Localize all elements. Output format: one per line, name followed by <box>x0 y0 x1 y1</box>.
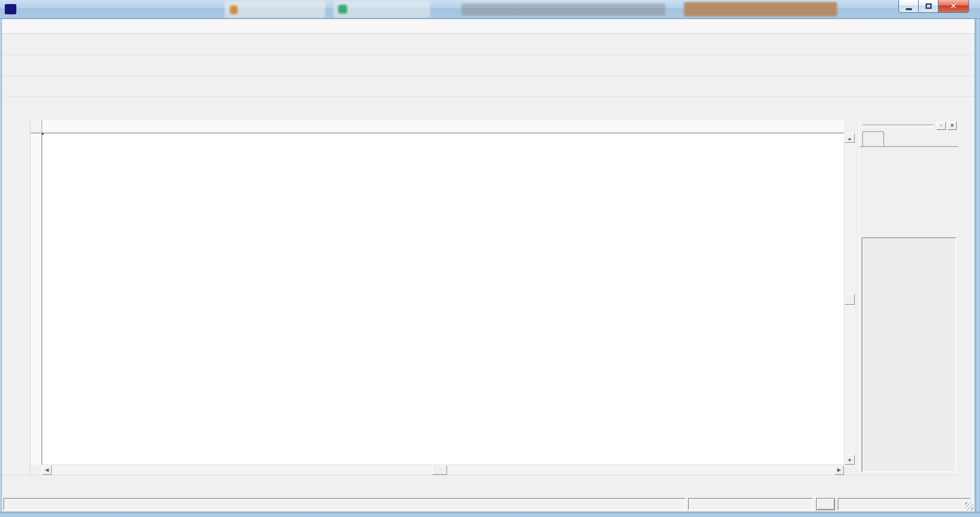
background-window <box>461 3 666 16</box>
unit-button[interactable] <box>816 498 835 510</box>
background-window <box>225 1 325 18</box>
close-button[interactable]: ✕ <box>938 0 969 13</box>
panel-restore-button[interactable]: ▫ <box>936 122 946 130</box>
jdpaint-window: { "window": { "title": "无标题 - JDPaint 5.… <box>0 0 980 517</box>
transform-toolbar <box>2 97 975 120</box>
panel-close-button[interactable]: ✕ <box>947 122 957 130</box>
scroll-down-button[interactable]: ▼ <box>845 455 855 465</box>
vertical-ruler <box>31 133 42 465</box>
window-frame-right <box>975 19 980 512</box>
scroll-right-button[interactable]: ▶ <box>834 465 844 475</box>
drawn-rectangle[interactable] <box>42 133 44 135</box>
coordinate-display <box>688 498 813 510</box>
ruler-corner <box>31 120 42 133</box>
panel-grip[interactable] <box>863 124 933 127</box>
vertical-scroll-thumb[interactable] <box>845 294 855 305</box>
maximize-icon <box>926 3 932 9</box>
title-bar: ✕ <box>0 0 980 19</box>
tool-palette <box>2 120 31 475</box>
background-window <box>230 5 238 14</box>
horizontal-scroll-thumb[interactable] <box>432 465 447 475</box>
resize-grip[interactable] <box>965 502 973 510</box>
vertical-scrollbar[interactable]: ▲ ▼ <box>844 133 855 465</box>
scroll-up-button[interactable]: ▲ <box>845 133 855 143</box>
scrollbar-corner <box>844 465 855 475</box>
horizontal-ruler <box>42 120 844 133</box>
menu-bar <box>2 19 975 34</box>
status-extra <box>838 498 971 510</box>
minimize-button[interactable] <box>898 0 919 13</box>
app-logo <box>5 4 16 14</box>
panel-tab-select[interactable] <box>862 131 884 146</box>
status-bar <box>2 497 975 512</box>
horizontal-scrollbar[interactable]: ◀ ▶ <box>42 465 844 475</box>
close-icon: ✕ <box>950 1 957 11</box>
background-window <box>333 1 430 18</box>
color-palette <box>958 120 975 495</box>
status-message <box>3 498 685 510</box>
background-window <box>338 5 347 14</box>
view-toolbar <box>2 55 975 76</box>
panel-title-bar: ▫ ✕ <box>860 120 958 131</box>
scroll-left-button[interactable]: ◀ <box>42 465 52 475</box>
drawing-canvas[interactable] <box>42 133 844 465</box>
window-controls: ✕ <box>898 0 969 13</box>
panel-tabs <box>860 131 958 147</box>
snap-toolbar <box>2 475 956 497</box>
minimize-icon <box>906 8 912 10</box>
window-frame-bottom <box>0 512 980 517</box>
panel-body <box>862 237 956 472</box>
edit-toolbar <box>2 76 975 97</box>
standard-toolbar <box>2 34 975 55</box>
maximize-button[interactable] <box>919 0 938 13</box>
select-tool-panel: ▫ ✕ <box>859 120 958 475</box>
background-window <box>684 2 837 16</box>
